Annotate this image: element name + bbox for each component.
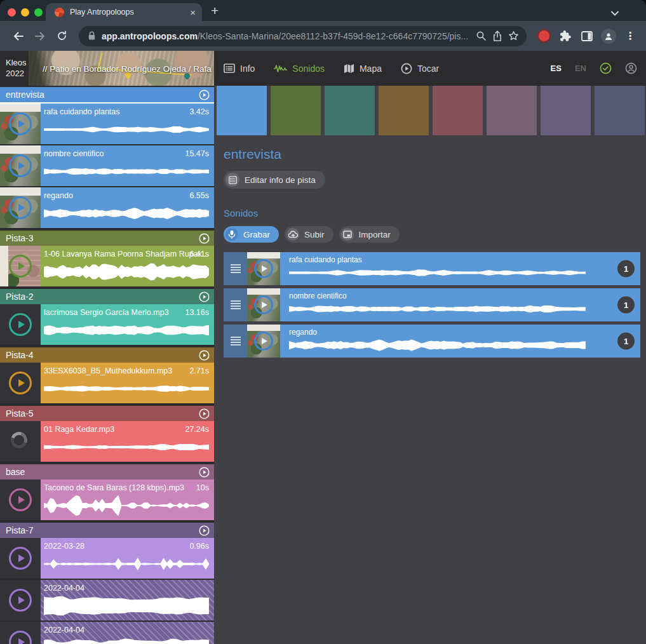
close-window-button[interactable] [8, 8, 16, 17]
track-clips: 01 Raga Kedar.mp327.24s [0, 421, 214, 462]
clip-thumbnail[interactable] [0, 363, 41, 403]
play-button[interactable] [9, 313, 32, 336]
clip-2022-04-04[interactable]: 2022-04-04 [0, 580, 214, 621]
sync-check-icon[interactable] [600, 62, 612, 74]
track-play-icon[interactable] [199, 292, 210, 302]
subir-button[interactable]: Subir [285, 226, 333, 243]
share-icon[interactable] [492, 30, 502, 42]
clip-thumbnail[interactable] [0, 480, 41, 520]
play-button[interactable] [9, 589, 32, 612]
clip-thumbnail[interactable] [0, 145, 41, 186]
sound-thumbnail[interactable] [247, 325, 280, 358]
lang-es-button[interactable]: ES [551, 64, 562, 73]
track-tile-1-selected[interactable] [217, 86, 267, 135]
clip-thumbnail[interactable] [0, 187, 41, 228]
nav-item-tocar[interactable]: Tocar [401, 63, 439, 74]
forward-icon[interactable] [30, 27, 50, 46]
track-play-icon[interactable] [199, 467, 210, 478]
track-tile-5[interactable] [433, 86, 483, 135]
track-play-icon[interactable] [199, 525, 210, 536]
zoom-page-icon[interactable] [476, 30, 487, 41]
clip-regando[interactable]: regando6.55s [0, 187, 214, 228]
track-play-icon[interactable] [199, 408, 210, 419]
browser-menu-icon[interactable]: ⋮ [621, 27, 640, 46]
sound-thumbnail[interactable] [247, 288, 280, 321]
new-tab-button[interactable]: + [211, 3, 219, 18]
side-panel-icon[interactable] [577, 27, 596, 46]
play-button[interactable] [9, 154, 32, 177]
address-bar[interactable]: app.antropoloops.com/Kleos-Santa-Marina/… [79, 26, 527, 46]
track-header-Pista-5[interactable]: Pista-5 [0, 406, 214, 421]
track-tile-8[interactable] [595, 86, 645, 135]
track-tile-7[interactable] [541, 86, 591, 135]
play-button[interactable] [9, 372, 32, 394]
track-play-icon[interactable] [199, 350, 210, 361]
bookmark-star-icon[interactable] [508, 30, 519, 41]
drag-handle[interactable] [224, 252, 247, 285]
play-button[interactable] [9, 255, 32, 278]
clip-thumbnail[interactable] [0, 622, 41, 644]
track-play-icon[interactable] [199, 233, 210, 244]
tab-close-icon[interactable]: × [190, 8, 196, 17]
track-play-icon[interactable] [199, 90, 210, 100]
grabar-button[interactable]: Grabar [224, 226, 279, 243]
play-button[interactable] [9, 631, 32, 644]
project-name[interactable]: Kleos 2022 [0, 51, 29, 86]
track-header-Pista-4[interactable]: Pista-4 [0, 347, 214, 363]
profile-avatar[interactable] [599, 27, 618, 46]
play-button[interactable] [254, 332, 273, 351]
tab-search-chevron-icon[interactable] [610, 8, 619, 19]
nav-item-info[interactable]: Info [224, 64, 255, 74]
play-button[interactable] [9, 112, 32, 135]
sound-row-nombre cientifico[interactable]: nombre cientifico1 [224, 288, 640, 321]
play-button[interactable] [254, 259, 273, 278]
edit-track-info-button[interactable]: Editar info de pista [224, 171, 325, 189]
sound-row-rafa cuidando plantas[interactable]: rafa cuidando plantas1 [224, 252, 640, 285]
clip-thumbnail[interactable] [0, 304, 41, 345]
zoom-window-button[interactable] [34, 8, 43, 17]
back-icon[interactable] [9, 27, 28, 46]
play-button[interactable] [254, 295, 273, 314]
extensions-puzzle-icon[interactable] [556, 27, 575, 46]
importar-button[interactable]: Importar [339, 226, 400, 243]
clip-2022-03-28[interactable]: 2022-03-280.96s [0, 538, 214, 579]
clip-01 Raga Kedar.mp3[interactable]: 01 Raga Kedar.mp327.24s [0, 421, 214, 462]
clip-thumbnail[interactable] [0, 538, 41, 579]
track-header-base[interactable]: base [0, 464, 214, 480]
drag-handle[interactable] [224, 325, 247, 358]
track-header-Pista-2[interactable]: Pista-2 [0, 289, 214, 304]
clip-rafa cuidando plantas[interactable]: rafa cuidando plantas3.42s [0, 104, 214, 144]
account-icon[interactable] [625, 62, 637, 74]
minimize-window-button[interactable] [21, 8, 29, 17]
track-header-Pista-3[interactable]: Pista-3 [0, 231, 214, 246]
record-extension-icon[interactable] [534, 27, 553, 46]
track-tile-2[interactable] [271, 86, 321, 135]
play-button[interactable] [9, 196, 32, 219]
clip-Taconeo de Sara Baras (128 kbps).mp3[interactable]: Taconeo de Sara Baras (128 kbps).mp310s [0, 480, 214, 520]
clip-1-06 Lavanya Rama Poorna Shadjam Rupak...[interactable]: 1-06 Lavanya Rama Poorna Shadjam Rupak..… [0, 246, 214, 286]
sound-row-regando[interactable]: regando1 [224, 325, 640, 358]
clip-lacrimosa Sergio García Merlo.mp3[interactable]: lacrimosa Sergio García Merlo.mp313.16s [0, 304, 214, 345]
clip-2022-04-04[interactable]: 2022-04-04 [0, 622, 214, 644]
play-button[interactable] [9, 547, 32, 570]
clip-33ESX6038_B5_Muthedukkum.mp3[interactable]: 33ESX6038_B5_Muthedukkum.mp32.71s [0, 363, 214, 403]
track-header-Pista-7[interactable]: Pista-7 [0, 523, 214, 538]
map-preview-image[interactable]: // Patio en Bordador Rodríguez Ojeda / R… [29, 51, 214, 86]
clip-thumbnail[interactable] [0, 104, 41, 144]
lang-en-button[interactable]: EN [575, 64, 586, 73]
track-header-entrevista[interactable]: entrevista [0, 87, 214, 104]
browser-tab[interactable]: Play Antropoloops × [46, 3, 202, 21]
track-tile-4[interactable] [379, 86, 429, 135]
nav-item-sonidos[interactable]: Sonidos [274, 64, 325, 74]
sound-thumbnail[interactable] [247, 252, 280, 285]
clip-thumbnail[interactable] [0, 421, 41, 462]
reload-icon[interactable] [52, 27, 71, 46]
clip-thumbnail[interactable] [0, 246, 41, 286]
clip-thumbnail[interactable] [0, 580, 41, 621]
nav-item-mapa[interactable]: Mapa [344, 64, 382, 74]
clip-nombre cientifico[interactable]: nombre cientifico15.47s [0, 145, 214, 186]
track-tile-3[interactable] [325, 86, 375, 135]
play-button[interactable] [9, 488, 32, 511]
drag-handle[interactable] [224, 288, 247, 321]
track-tile-6[interactable] [487, 86, 537, 135]
